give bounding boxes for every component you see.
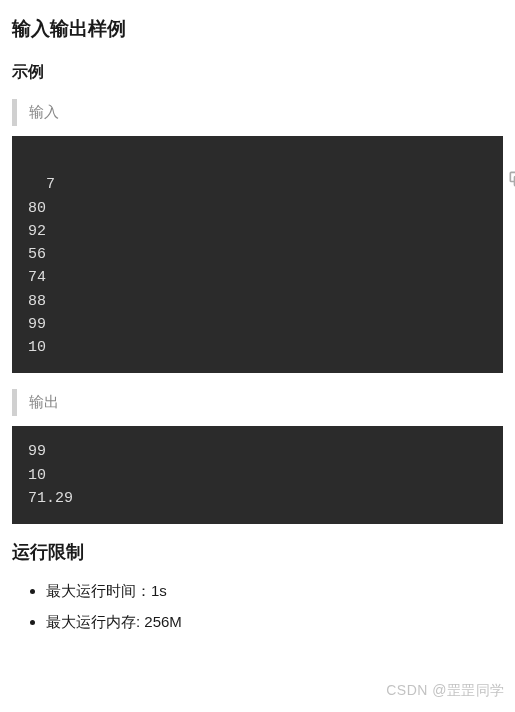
example-heading: 示例	[12, 62, 503, 83]
output-code-text: 99 10 71.29	[28, 443, 73, 507]
output-code-block: 99 10 71.29	[12, 426, 503, 524]
copy-icon[interactable]	[471, 146, 491, 166]
output-label: 输出	[29, 393, 59, 410]
input-code-block: 7 80 92 56 74 88 99 10	[12, 136, 503, 373]
limits-title: 运行限制	[12, 540, 503, 564]
input-label-bar: 输入	[12, 99, 503, 126]
list-item: 最大运行内存: 256M	[46, 613, 503, 632]
limits-list: 最大运行时间：1s 最大运行内存: 256M	[12, 582, 503, 632]
input-code-text: 7 80 92 56 74 88 99 10	[28, 176, 55, 356]
section-title: 输入输出样例	[12, 16, 503, 42]
list-item: 最大运行时间：1s	[46, 582, 503, 601]
input-label: 输入	[29, 103, 59, 120]
output-label-bar: 输出	[12, 389, 503, 416]
